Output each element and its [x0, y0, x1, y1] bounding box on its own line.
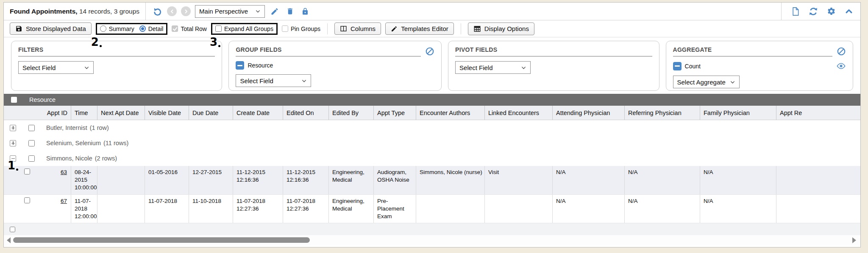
detail-radio-group[interactable]: Detail [139, 25, 164, 32]
aggregate-select-value: Select Aggregate [677, 79, 726, 86]
column-header-next-apt-date[interactable]: Next Apt Date [97, 106, 145, 120]
group-label: Butler, Internist [46, 124, 87, 131]
column-header-create-date[interactable]: Create Date [233, 106, 283, 120]
blocked-icon[interactable] [425, 47, 434, 56]
group-checkbox[interactable] [28, 125, 35, 131]
remove-aggregate-icon[interactable] [673, 62, 682, 70]
cell-linked-encounters [484, 195, 552, 223]
columns-button[interactable]: Columns [334, 22, 381, 35]
chevron-down-icon [255, 8, 261, 14]
expand-all-label: Expand All Groups [224, 25, 273, 32]
total-row-control[interactable]: Total Row [172, 25, 206, 32]
column-header-time[interactable]: Time [71, 106, 97, 120]
columns-icon [340, 25, 347, 32]
cell-edited-by: Engineering, Medical [328, 195, 373, 223]
group-count: (1 row) [90, 124, 109, 131]
cell-next-apt-date [97, 195, 145, 223]
column-header-visible-date[interactable]: Visible Date [145, 106, 189, 120]
appt-id-link[interactable]: 67 [61, 198, 67, 204]
annotation-step-3: 3 [210, 37, 217, 48]
store-button-label: Store Displayed Data [26, 25, 86, 32]
scroll-right-icon[interactable] [852, 237, 856, 243]
divider [145, 3, 146, 20]
filters-title: FILTERS [18, 46, 215, 56]
group-checkbox[interactable] [28, 140, 35, 146]
cell-appt-re [776, 195, 844, 223]
filters-field-select[interactable]: Select Field [18, 61, 94, 74]
group-count: (11 rows) [103, 140, 128, 146]
pivot-fields-select[interactable]: Select Field [455, 61, 531, 74]
column-header-family-physician[interactable]: Family Physician [700, 106, 776, 120]
chevron-down-icon [521, 65, 526, 70]
filters-select-value: Select Field [22, 64, 56, 71]
column-header-appt-type[interactable]: Appt Type [373, 106, 416, 120]
summary-radio[interactable] [100, 25, 106, 32]
aggregate-chip-label: Count [685, 63, 701, 70]
column-header-edited-by[interactable]: Edited By [328, 106, 373, 120]
chevron-down-icon [301, 78, 307, 84]
pin-groups-control[interactable]: Pin Groups [282, 25, 320, 32]
cell-encounter-authors [416, 195, 484, 223]
summary-radio-group[interactable]: Summary [100, 25, 134, 32]
delete-icon[interactable] [284, 6, 295, 17]
annotation-step-2: 2 [91, 37, 99, 48]
column-header-appt-id[interactable]: Appt ID [4, 106, 71, 120]
column-header-appt-re[interactable]: Appt Re [776, 106, 844, 120]
row-checkbox[interactable] [24, 197, 30, 203]
display-options-button[interactable]: Display Options [468, 22, 534, 35]
footer-checkbox[interactable] [10, 227, 15, 232]
detail-radio[interactable] [139, 25, 146, 32]
aggregate-select[interactable]: Select Aggregate [673, 76, 740, 88]
visibility-eye-icon[interactable] [836, 61, 846, 71]
group-count: (2 rows) [95, 155, 117, 162]
expand-group-icon[interactable] [10, 140, 16, 146]
scroll-left-icon[interactable] [7, 237, 11, 243]
collapse-icon[interactable] [843, 6, 854, 17]
table-row: 63 08-24-2015 10:00:00 01-05-2016 12-27-… [4, 166, 860, 195]
column-header-due-date[interactable]: Due Date [189, 106, 233, 120]
row-checkbox[interactable] [24, 169, 30, 174]
pin-groups-checkbox[interactable] [282, 25, 288, 32]
store-displayed-data-button[interactable]: Store Displayed Data [10, 22, 92, 35]
chevron-down-icon [84, 65, 89, 70]
cell-family-physician: N/A [700, 195, 776, 223]
title-bar: Found Appointments, 14 records, 3 groups… [4, 3, 860, 20]
prev-circle-icon[interactable] [167, 6, 177, 16]
remove-field-icon[interactable] [236, 61, 244, 70]
settings-icon[interactable] [826, 6, 837, 17]
group-fields-title: GROUP FIELDS [236, 46, 421, 56]
group-label: Simmons, Nicole [46, 155, 92, 162]
edit-icon[interactable] [269, 6, 280, 17]
next-circle-icon[interactable] [181, 6, 191, 16]
pencil-icon [391, 25, 398, 32]
aggregate-title: AGGREGATE [673, 46, 833, 56]
undo-icon[interactable] [152, 6, 163, 17]
refresh-icon[interactable] [808, 6, 819, 17]
new-document-icon[interactable] [790, 6, 801, 17]
expand-all-checkbox[interactable] [215, 25, 222, 32]
expand-all-control[interactable]: Expand All Groups [215, 25, 273, 32]
annotation-step-1: 1 [8, 160, 15, 171]
column-header-referring-physician[interactable]: Referring Physician [624, 106, 700, 120]
select-all-checkbox[interactable] [11, 97, 17, 103]
cell-attending-physician: N/A [552, 166, 624, 194]
perspective-select[interactable]: Main Perspective [195, 5, 265, 18]
column-header-attending-physician[interactable]: Attending Physician [552, 106, 624, 120]
templates-editor-button[interactable]: Templates Editor [385, 22, 454, 35]
blocked-icon[interactable] [837, 47, 846, 56]
group-fields-select[interactable]: Select Field [236, 74, 311, 87]
column-header-linked-encounters[interactable]: Linked Encounters [484, 106, 552, 120]
table-grid-icon [473, 25, 481, 33]
expand-group-icon[interactable] [10, 125, 16, 131]
cell-due-date: 12-27-2015 [189, 166, 233, 194]
column-header-edited-on[interactable]: Edited On [283, 106, 328, 120]
lock-icon[interactable] [300, 6, 311, 17]
cell-create-date: 11-12-2015 12:16:36 [233, 166, 283, 194]
scrollbar-thumb[interactable] [13, 237, 310, 243]
appt-id-link[interactable]: 63 [61, 169, 67, 175]
total-row-label: Total Row [181, 25, 206, 32]
total-row-checkbox[interactable] [172, 25, 178, 32]
divider [461, 23, 461, 34]
group-checkbox[interactable] [28, 155, 35, 162]
column-header-encounter-authors[interactable]: Encounter Authors [416, 106, 484, 120]
